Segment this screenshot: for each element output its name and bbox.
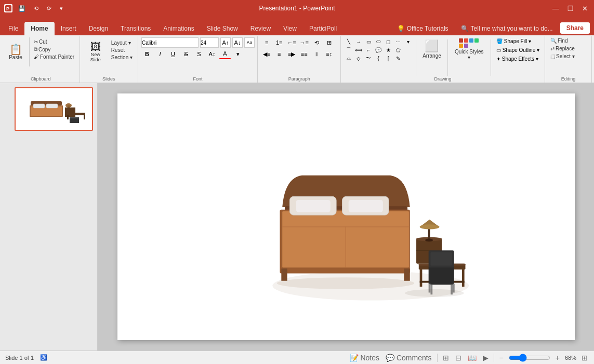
svg-rect-5	[33, 104, 45, 108]
select-button[interactable]: ⬚ Select ▾	[548, 53, 577, 60]
close-button[interactable]: ✕	[580, 4, 590, 14]
text-direction-button[interactable]: ⟲	[311, 37, 322, 48]
shadow-button[interactable]: S	[193, 49, 205, 59]
underline-button[interactable]: U	[167, 49, 179, 59]
slide-thumbnail[interactable]	[15, 87, 93, 131]
font-color-button[interactable]: A	[219, 49, 231, 59]
format-painter-button[interactable]: 🖌 Format Painter	[32, 53, 76, 60]
redo-qat-button[interactable]: ⟳	[44, 4, 54, 13]
new-slide-button[interactable]: 🖼 New Slide	[83, 37, 108, 66]
brace[interactable]: {	[374, 54, 383, 62]
zoom-in-button[interactable]: +	[555, 353, 561, 363]
comments-icon: 💬	[386, 354, 394, 362]
numbering-button[interactable]: 1≡	[273, 37, 285, 48]
dbl-arrow[interactable]: ⟺	[354, 46, 363, 54]
tab-insert[interactable]: Insert	[55, 22, 83, 35]
justify-button[interactable]: ≡≡	[298, 49, 310, 59]
zoom-out-button[interactable]: −	[498, 353, 505, 363]
tab-slideshow[interactable]: Slide Show	[201, 22, 244, 35]
shapes-expand[interactable]: ▾	[403, 37, 413, 46]
arrow-shape[interactable]: →	[354, 37, 363, 46]
slide-sorter-button[interactable]: ⊟	[454, 353, 463, 363]
drawing-group: ╲ → ▭ ⬭ ◻ ⋯ ▾ ⌒ ⟺ ⌐ 💬 ★ ⬠ ⌓	[341, 36, 545, 83]
indent-less-button[interactable]: ←≡	[286, 37, 297, 48]
comments-button[interactable]: 💬 Comments	[385, 353, 433, 363]
find-button[interactable]: 🔍 Find	[548, 37, 570, 44]
more-shapes[interactable]: ⋯	[393, 37, 403, 46]
paste-button[interactable]: 📋 Paste	[5, 37, 26, 66]
tab-design[interactable]: Design	[83, 22, 114, 35]
quick-styles-button[interactable]: Quick Styles ▾	[451, 37, 487, 71]
font-size-input[interactable]	[200, 37, 219, 48]
fit-slide-button[interactable]: ⊞	[580, 353, 589, 363]
normal-view-button[interactable]: ⊞	[442, 353, 450, 363]
columns-button[interactable]: ⫴	[311, 49, 322, 59]
oval-shape[interactable]: ⬭	[374, 37, 383, 46]
tab-review[interactable]: Review	[244, 22, 277, 35]
shape-effects-button[interactable]: ✦ Shape Effects ▾	[494, 55, 542, 63]
tab-file[interactable]: File	[2, 22, 24, 35]
slideshow-view-button[interactable]: ▶	[482, 353, 490, 363]
connector[interactable]: ⌐	[364, 46, 373, 54]
undo-qat-button[interactable]: ⟲	[31, 4, 41, 13]
slide-content-image	[221, 129, 471, 305]
bold-button[interactable]: B	[141, 49, 153, 59]
indent-more-button[interactable]: →≡	[298, 37, 310, 48]
cut-icon: ✂	[34, 39, 38, 45]
line-shape[interactable]: ╲	[344, 37, 353, 46]
notes-button[interactable]: 📝 Notes	[349, 353, 380, 363]
font-name-input[interactable]	[141, 37, 199, 48]
arc[interactable]: ⌓	[344, 54, 353, 62]
replace-button[interactable]: ⇄ Replace	[548, 45, 577, 52]
layout-button[interactable]: Layout ▾	[109, 39, 135, 46]
star[interactable]: ★	[384, 46, 393, 54]
align-center-button[interactable]: ≡	[273, 49, 285, 59]
tab-participoll[interactable]: ParticiPoll	[303, 22, 343, 35]
reading-view-button[interactable]: 📖	[467, 353, 478, 363]
slides-label: Slides	[80, 76, 138, 82]
minimize-button[interactable]: —	[550, 4, 561, 14]
align-right-button[interactable]: ≡▶	[286, 49, 297, 59]
shape-outline-button[interactable]: ▭ Shape Outline ▾	[494, 46, 542, 54]
curve-shape[interactable]: ⌒	[344, 46, 353, 54]
rect-shape[interactable]: ▭	[364, 37, 373, 46]
bullets-button[interactable]: ≡	[261, 37, 272, 48]
cut-button[interactable]: ✂ Cut	[32, 38, 76, 45]
share-button[interactable]: Share	[560, 22, 590, 34]
office-tutorials-tab[interactable]: 💡 Office Tutorials	[392, 22, 454, 35]
font-shrink-button[interactable]: A↓	[232, 37, 243, 48]
tell-me-area[interactable]: 🔍 Tell me what you want to do...	[456, 22, 558, 35]
tab-animations[interactable]: Animations	[157, 22, 200, 35]
app-title: Presentation1 - PowerPoint	[259, 5, 335, 12]
font-color-picker[interactable]: ▾	[232, 49, 244, 59]
wave[interactable]: 〜	[364, 54, 373, 62]
copy-button[interactable]: ⧉ Copy	[32, 46, 76, 53]
section-button[interactable]: Section ▾	[109, 54, 135, 61]
line-spacing-button[interactable]: ≡↕	[323, 49, 335, 59]
pentagon[interactable]: ⬠	[393, 46, 403, 54]
notes-icon: 📝	[350, 354, 359, 362]
shape-fill-button[interactable]: 🪣 Shape Fill ▾	[494, 37, 542, 45]
spacing-button[interactable]: A↕	[206, 49, 218, 59]
zoom-slider[interactable]	[509, 354, 550, 362]
flow-shape[interactable]: ◇	[354, 54, 363, 62]
align-left-button[interactable]: ◀≡	[261, 49, 272, 59]
customize-qat-button[interactable]: ▾	[57, 4, 65, 13]
smart-art-button[interactable]: ⊞	[323, 37, 335, 48]
reset-button[interactable]: Reset	[109, 47, 135, 53]
italic-button[interactable]: I	[154, 49, 166, 59]
font-grow-button[interactable]: A↑	[220, 37, 231, 48]
clear-format-button[interactable]: Aa	[244, 37, 255, 48]
bracket[interactable]: [	[384, 54, 393, 62]
restore-button[interactable]: ❐	[565, 4, 576, 14]
slide-canvas[interactable]	[117, 93, 575, 340]
tab-transitions[interactable]: Transitions	[114, 22, 157, 35]
freeform[interactable]: ✎	[393, 54, 403, 62]
strikethrough-button[interactable]: S	[180, 49, 192, 59]
arrange-button[interactable]: ⬜ Arrange	[419, 37, 444, 71]
rect2-shape[interactable]: ◻	[384, 37, 393, 46]
tab-home[interactable]: Home	[24, 22, 54, 35]
save-qat-button[interactable]: 💾	[16, 4, 28, 13]
tab-view[interactable]: View	[277, 22, 303, 35]
callout[interactable]: 💬	[374, 46, 383, 54]
